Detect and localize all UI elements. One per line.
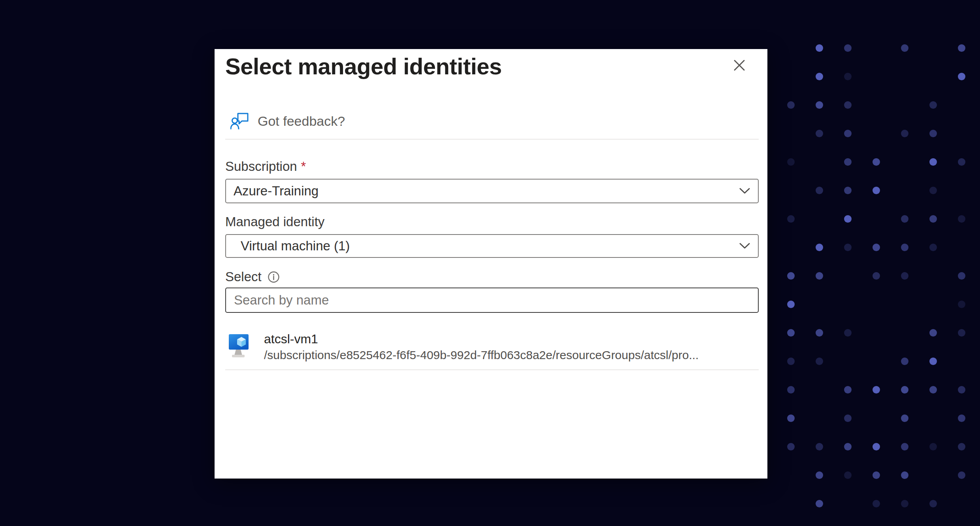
dot xyxy=(844,187,852,194)
dot xyxy=(873,158,880,166)
dot xyxy=(873,471,880,479)
dot xyxy=(929,244,937,251)
dot xyxy=(844,244,852,251)
dot xyxy=(929,500,937,507)
subscription-label: Subscription* xyxy=(225,159,306,174)
managed-identity-dropdown[interactable]: Virtual machine (1) xyxy=(225,234,759,258)
dot xyxy=(958,386,965,394)
dot xyxy=(958,73,965,80)
dot xyxy=(929,443,937,450)
dot xyxy=(929,329,937,337)
dot xyxy=(901,443,908,450)
managed-identity-dropdown-value: Virtual machine (1) xyxy=(226,238,739,254)
required-asterisk: * xyxy=(301,159,306,174)
dot xyxy=(901,44,908,52)
dot xyxy=(873,386,880,394)
dot xyxy=(787,329,795,337)
dot xyxy=(816,329,823,337)
subscription-dropdown[interactable]: Azure-Training xyxy=(225,179,759,203)
dot xyxy=(787,358,795,365)
dot xyxy=(901,414,908,422)
dot xyxy=(787,386,795,394)
dot xyxy=(958,301,965,308)
dot xyxy=(844,471,852,479)
dot xyxy=(844,130,852,137)
divider xyxy=(225,139,759,140)
dot xyxy=(873,244,880,251)
dot xyxy=(958,471,965,479)
dot xyxy=(873,272,880,280)
dot xyxy=(787,272,795,280)
got-feedback-label: Got feedback? xyxy=(258,114,345,129)
dot xyxy=(787,158,795,166)
dot xyxy=(816,101,823,109)
managed-identity-result-row[interactable]: atcsl-vm1 /subscriptions/e8525462-f6f5-4… xyxy=(225,327,759,369)
dot xyxy=(816,272,823,280)
dot xyxy=(929,386,937,394)
dot xyxy=(844,44,852,52)
dot xyxy=(844,386,852,394)
dot xyxy=(901,500,908,507)
dot xyxy=(958,215,965,223)
dot xyxy=(816,443,823,450)
dot xyxy=(816,500,823,507)
dot xyxy=(816,187,823,194)
chevron-down-icon xyxy=(739,243,750,249)
search-input[interactable] xyxy=(225,288,759,313)
close-button[interactable] xyxy=(729,55,749,75)
dot xyxy=(816,244,823,251)
dot xyxy=(958,158,965,166)
dot xyxy=(816,358,823,365)
dot xyxy=(787,301,795,308)
vm-icon xyxy=(228,334,249,360)
dot xyxy=(901,244,908,251)
info-icon[interactable] xyxy=(268,271,280,283)
dot xyxy=(844,101,852,109)
dot xyxy=(844,215,852,223)
dot xyxy=(929,187,937,194)
dot xyxy=(844,158,852,166)
dot xyxy=(901,471,908,479)
close-icon xyxy=(733,59,746,72)
chevron-down-icon xyxy=(739,188,750,194)
dot xyxy=(844,443,852,450)
dot xyxy=(929,358,937,365)
feedback-icon xyxy=(230,112,249,130)
dot xyxy=(901,386,908,394)
dot xyxy=(873,443,880,450)
dot xyxy=(901,272,908,280)
vm-resource-path: /subscriptions/e8525462-f6f5-409b-992d-7… xyxy=(264,347,699,363)
dot xyxy=(816,44,823,52)
dot xyxy=(816,130,823,137)
dot xyxy=(901,358,908,365)
dot xyxy=(816,471,823,479)
dot xyxy=(873,500,880,507)
dot xyxy=(958,272,965,280)
dot xyxy=(929,158,937,166)
dot xyxy=(844,73,852,80)
page-title: Select managed identities xyxy=(225,53,699,79)
dot xyxy=(844,329,852,337)
dot xyxy=(929,130,937,137)
dot xyxy=(958,44,965,52)
dot xyxy=(929,101,937,109)
dot xyxy=(958,443,965,450)
dot xyxy=(787,101,795,109)
dot xyxy=(901,130,908,137)
dot xyxy=(844,414,852,422)
dot xyxy=(787,215,795,223)
divider xyxy=(225,369,759,370)
managed-identity-label: Managed identity xyxy=(225,214,324,229)
dot xyxy=(958,329,965,337)
select-label: Select xyxy=(225,269,280,284)
dot xyxy=(787,443,795,450)
dot xyxy=(901,215,908,223)
got-feedback-link[interactable]: Got feedback? xyxy=(230,111,345,131)
vm-name: atcsl-vm1 xyxy=(264,331,699,347)
dot xyxy=(929,215,937,223)
select-managed-identities-panel: Select managed identities Got feedback? … xyxy=(215,49,767,479)
dot xyxy=(873,187,880,194)
dot xyxy=(816,73,823,80)
dot xyxy=(958,414,965,422)
dot xyxy=(787,414,795,422)
